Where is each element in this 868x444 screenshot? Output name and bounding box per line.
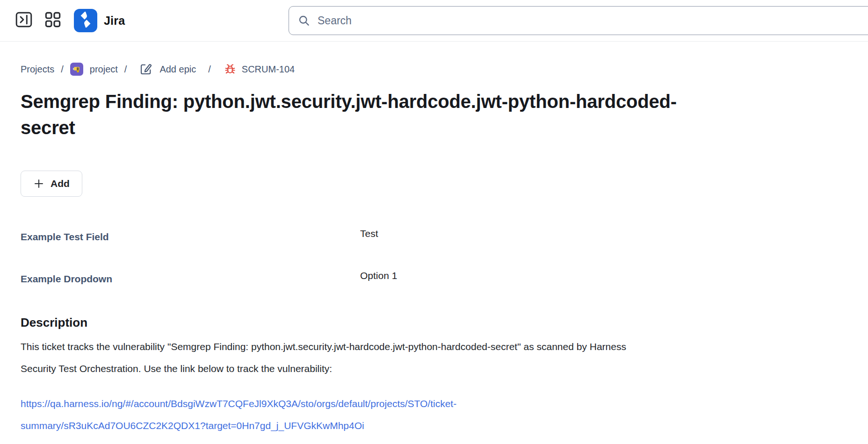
description-link-paragraph: https://qa.harness.io/ng/#/account/Bdsgi… bbox=[21, 393, 605, 437]
breadcrumb-project[interactable]: project bbox=[70, 63, 118, 76]
breadcrumb-separator: / bbox=[124, 64, 127, 75]
issue-title[interactable]: Semgrep Finding: python.jwt.security.jwt… bbox=[21, 88, 722, 141]
breadcrumb-project-label: project bbox=[90, 64, 118, 75]
app-switcher-button[interactable] bbox=[42, 10, 64, 31]
app-grid-icon bbox=[43, 10, 62, 31]
jira-logo[interactable] bbox=[74, 9, 97, 32]
breadcrumb-projects[interactable]: Projects bbox=[21, 64, 54, 75]
breadcrumb-separator: / bbox=[208, 64, 211, 75]
vulnerability-link[interactable]: https://qa.harness.io/ng/#/account/Bdsgi… bbox=[21, 398, 456, 431]
field-label: Example Test Field bbox=[21, 231, 360, 243]
breadcrumb-issue-key-label: SCRUM-104 bbox=[242, 64, 295, 75]
breadcrumb-issue-key[interactable]: SCRUM-104 bbox=[223, 62, 295, 76]
jira-logo-icon bbox=[78, 12, 94, 29]
sidebar-expand-icon bbox=[14, 10, 34, 31]
field-value[interactable]: Test bbox=[360, 228, 378, 239]
field-value[interactable]: Option 1 bbox=[360, 270, 397, 281]
plus-icon bbox=[33, 178, 44, 189]
description-heading: Description bbox=[21, 315, 847, 330]
breadcrumb-add-epic[interactable]: Add epic bbox=[139, 62, 196, 76]
description-text: This ticket tracks the vulnerability "Se… bbox=[21, 336, 657, 380]
global-search[interactable] bbox=[289, 6, 868, 35]
field-row-example-dropdown: Example Dropdown Option 1 bbox=[21, 273, 847, 285]
custom-fields: Example Test Field Test Example Dropdown… bbox=[21, 231, 847, 285]
search-input[interactable] bbox=[317, 14, 867, 28]
edit-icon bbox=[139, 62, 153, 76]
app-name: Jira bbox=[104, 14, 125, 28]
description-section: Description This ticket tracks the vulne… bbox=[21, 315, 847, 437]
breadcrumb: Projects / project / bbox=[21, 62, 847, 76]
breadcrumb-add-epic-label: Add epic bbox=[159, 64, 196, 75]
sidebar-toggle-button[interactable] bbox=[13, 10, 35, 31]
search-icon bbox=[297, 14, 311, 27]
bug-issue-type-icon bbox=[223, 62, 237, 76]
breadcrumb-separator: / bbox=[61, 64, 64, 75]
field-label: Example Dropdown bbox=[21, 273, 360, 285]
add-button-label: Add bbox=[51, 178, 70, 189]
issue-view: Projects / project / bbox=[0, 62, 868, 437]
add-button[interactable]: Add bbox=[21, 171, 82, 197]
top-navigation-bar: Jira bbox=[0, 0, 868, 42]
project-avatar-icon bbox=[70, 63, 83, 76]
field-row-example-test-field: Example Test Field Test bbox=[21, 231, 847, 243]
